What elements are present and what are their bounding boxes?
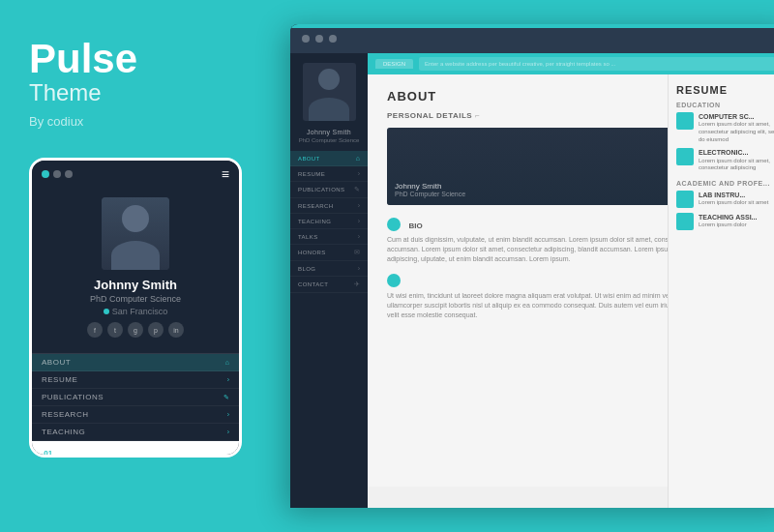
- resume-item-3: LAB INSTRU... Lorem ipsum dolor sit amet: [676, 191, 774, 208]
- browser-nav-contact[interactable]: CONTACT ✈: [290, 277, 368, 293]
- mobile-topbar: ≡: [32, 161, 239, 188]
- mobile-mockup: ≡ Johnny Smith PhD Computer Science San …: [29, 158, 242, 458]
- browser-nav-research[interactable]: RESEARCH ›: [290, 198, 368, 214]
- profile-title: PhD Computer Science: [90, 294, 181, 304]
- mobile-profile: Johnny Smith PhD Computer Science San Fr…: [32, 188, 239, 353]
- resume-item-4: TEACHING ASSI... Lorem ipsum dolor: [676, 213, 774, 230]
- resume-text-3: LAB INSTRU... Lorem ipsum dolor sit amet: [699, 191, 768, 208]
- browser-profile-title: PhD Computer Science: [299, 137, 360, 143]
- brand-title: Pulse: [29, 39, 203, 79]
- nav-arrow-about: ⌂: [225, 359, 229, 366]
- resume-icon-4: [676, 213, 694, 230]
- resume-item-1: COMPUTER SC... Lorem ipsum dolor sit ame…: [676, 112, 774, 143]
- brand-by: By codiux: [29, 114, 203, 129]
- nav-item-teaching[interactable]: TEACHING ›: [32, 424, 239, 441]
- browser-nav-research-icon: ›: [358, 202, 360, 209]
- browser-nav: ABOUT ⌂ RESUME › PUBLICATIONS ✎ RESEARCH…: [290, 151, 368, 293]
- resume-item-2: ELECTRONIC... Lorem ipsum dolor sit amet…: [676, 148, 774, 172]
- browser-avatar: [303, 63, 356, 121]
- browser-chrome: [290, 24, 774, 53]
- browser-nav-talks[interactable]: TALKS ›: [290, 229, 368, 245]
- browser-mockup: Johnny Smith PhD Computer Science ABOUT …: [290, 24, 774, 508]
- chrome-dot-2: [315, 35, 323, 43]
- location-icon: [104, 309, 109, 314]
- card-name: Johnny Smith: [395, 182, 465, 191]
- url-bar[interactable]: Enter a website address per beautiful cr…: [419, 57, 774, 71]
- dot-3: [65, 170, 73, 178]
- browser-nav-pub-icon: ✎: [354, 186, 360, 193]
- browser-profile-name: Johnny Smith: [307, 129, 351, 135]
- browser-nav-pub[interactable]: PUBLICATIONS ✎: [290, 182, 368, 198]
- bio-icon: [387, 218, 401, 231]
- resume-panel: RESUME EDUCATION COMPUTER SC... Lorem ip…: [668, 74, 774, 508]
- browser-nav-honors-icon: ✉: [354, 249, 360, 256]
- browser-nav-honors[interactable]: HONORS ✉: [290, 245, 368, 261]
- academic-label: ACADEMIC AND PROFE...: [676, 180, 774, 187]
- mobile-menu-icon[interactable]: ≡: [222, 166, 229, 182]
- browser-nav-blog-icon: ›: [358, 265, 360, 272]
- address-bar: DESIGN Enter a website address per beaut…: [368, 53, 774, 74]
- avatar: [102, 197, 169, 270]
- mobile-dots: [42, 170, 73, 178]
- brand-subtitle: Theme: [29, 79, 203, 106]
- chrome-dot-3: [329, 35, 337, 43]
- nav-item-about[interactable]: ABOUT ⌂: [32, 354, 239, 371]
- profile-name: Johnny Smith: [94, 278, 177, 292]
- social-links[interactable]: f t g p in: [87, 322, 184, 338]
- nav-item-publications[interactable]: PUBLICATIONS ✎: [32, 389, 239, 406]
- twitter-icon[interactable]: t: [107, 322, 123, 338]
- design-tab[interactable]: DESIGN: [375, 59, 413, 69]
- resume-text-4: TEACHING ASSI... Lorem ipsum dolor: [699, 213, 757, 230]
- browser-nav-talks-icon: ›: [358, 233, 360, 240]
- bio-icon-2: [387, 274, 401, 287]
- facebook-icon[interactable]: f: [87, 322, 103, 338]
- content-body: ABOUT PERSONAL DETAILS Johnny Smith PhD …: [368, 74, 774, 508]
- card-overlay: Johnny Smith PhD Computer Science: [395, 182, 465, 197]
- teal-stripe: [290, 24, 774, 28]
- education-section: EDUCATION COMPUTER SC... Lorem ipsum dol…: [676, 102, 774, 172]
- card-desc: PhD Computer Science: [395, 191, 465, 197]
- about-number: .01: [42, 449, 229, 458]
- browser-nav-about-icon: ⌂: [356, 155, 360, 162]
- pinterest-icon[interactable]: p: [148, 322, 164, 338]
- googleplus-icon[interactable]: g: [128, 322, 143, 338]
- browser-nav-teaching[interactable]: TEACHING ›: [290, 214, 368, 229]
- nav-item-resume[interactable]: RESUME ›: [32, 371, 239, 389]
- nav-arrow-resume: ›: [227, 376, 229, 383]
- nav-item-research[interactable]: RESEARCH ›: [32, 406, 239, 424]
- chrome-dot-1: [302, 35, 310, 43]
- profile-location: San Francisco: [104, 307, 168, 316]
- nav-arrow-teach: ›: [227, 429, 229, 435]
- browser-nav-resume-icon: ›: [358, 170, 360, 177]
- mobile-nav: ABOUT ⌂ RESUME › PUBLICATIONS ✎ RESEARCH…: [32, 353, 239, 441]
- brand-panel: Pulse Theme By codiux ≡ Johnny Smith PhD…: [0, 0, 232, 532]
- bio-label: Bio: [408, 222, 422, 230]
- resume-icon-3: [676, 191, 694, 208]
- education-label: EDUCATION: [676, 102, 774, 108]
- resume-text-2: ELECTRONIC... Lorem ipsum dolor sit amet…: [699, 148, 774, 172]
- resume-title: RESUME: [676, 84, 774, 96]
- resume-icon-2: [676, 148, 694, 165]
- mobile-about-section: .01 ABOUT PERSONAL DETAILS: [32, 441, 239, 458]
- browser-body: Johnny Smith PhD Computer Science ABOUT …: [290, 53, 774, 508]
- linkedin-icon[interactable]: in: [168, 322, 184, 338]
- nav-arrow-res: ›: [227, 411, 229, 418]
- browser-nav-about[interactable]: ABOUT ⌂: [290, 151, 368, 166]
- browser-sidebar: Johnny Smith PhD Computer Science ABOUT …: [290, 53, 368, 508]
- resume-icon-1: [676, 112, 694, 130]
- browser-nav-blog[interactable]: BLOG ›: [290, 261, 368, 277]
- browser-main-content: DESIGN Enter a website address per beaut…: [368, 53, 774, 508]
- academic-section: ACADEMIC AND PROFE... LAB INSTRU... Lore…: [676, 180, 774, 230]
- resume-text-1: COMPUTER SC... Lorem ipsum dolor sit ame…: [699, 112, 774, 143]
- dot-1: [42, 170, 49, 178]
- nav-arrow-pub: ✎: [223, 394, 229, 401]
- dot-2: [53, 170, 61, 178]
- browser-nav-resume[interactable]: RESUME ›: [290, 166, 368, 182]
- browser-nav-contact-icon: ✈: [354, 281, 360, 288]
- browser-nav-teaching-icon: ›: [358, 218, 360, 224]
